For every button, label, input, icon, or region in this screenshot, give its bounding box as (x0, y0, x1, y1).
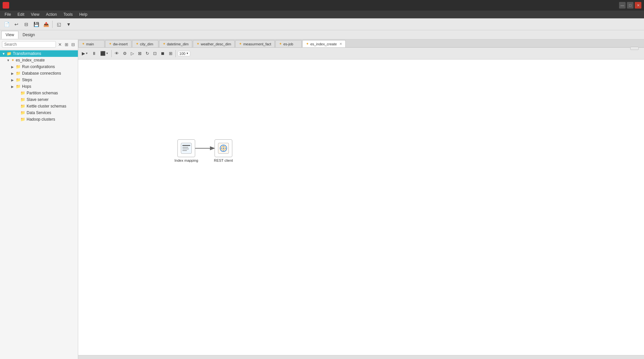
title-bar: — □ ✕ (0, 0, 644, 11)
node-label: Index mapping (174, 158, 198, 162)
run-button[interactable]: ▶▼ (80, 49, 90, 58)
pause-button-icon: ⏸ (92, 51, 96, 56)
settings-button-icon: ⚙ (123, 51, 127, 56)
grid-button[interactable]: ⊡ (151, 49, 158, 58)
zoom-control[interactable]: 100▼ (178, 51, 190, 56)
step-button[interactable]: ▷ (129, 49, 136, 58)
menu-item-edit[interactable]: Edit (14, 12, 28, 17)
pause-button[interactable]: ⏸ (90, 49, 98, 58)
run-toolbar-separator (175, 50, 176, 57)
expand-button-icon: ⊞ (169, 51, 172, 56)
node-box[interactable] (215, 139, 232, 157)
tree-item-transformations[interactable]: ▼📁Transformations (0, 50, 78, 57)
node-label: REST client (214, 158, 233, 162)
svg-rect-2 (181, 143, 192, 154)
folder-icon: 📁 (16, 84, 21, 89)
tree-item-label: Run configurations (22, 64, 55, 69)
layout-button[interactable]: ◱ (54, 20, 63, 29)
tab-label: main (86, 42, 94, 46)
menu-item-tools[interactable]: Tools (60, 12, 76, 17)
tab-icon: ✦ (109, 42, 112, 46)
maximize-button[interactable]: □ (627, 2, 633, 9)
grid-button-icon: ⊡ (153, 51, 157, 56)
canvas[interactable]: Index mapping REST client (78, 60, 644, 355)
sidebar-search-bar: ✕ ⊞ ⊟ (0, 39, 78, 50)
tab-es-job[interactable]: ✦es-job (275, 40, 302, 47)
zoom-value: 100 (179, 52, 185, 56)
step-button-icon: ▷ (131, 51, 134, 56)
clear-button[interactable]: ⊠ (136, 49, 143, 58)
menu-item-action[interactable]: Action (43, 12, 60, 17)
tree-item-hops[interactable]: ▶📁Hops (0, 83, 78, 90)
tree-item-steps[interactable]: ▶📁Steps (0, 77, 78, 83)
svg-rect-5 (182, 149, 189, 149)
node-box[interactable] (177, 139, 195, 157)
stop-button[interactable]: ⬛▼ (99, 49, 110, 58)
minimize-button[interactable]: — (619, 2, 626, 9)
node-index-mapping[interactable]: Index mapping (174, 139, 198, 162)
stop2-button[interactable]: ⏹ (159, 49, 167, 58)
export-button[interactable]: 📤 (41, 20, 51, 29)
tree-item-slave-server[interactable]: 📁Slave server (0, 96, 78, 103)
refresh-button-icon: ↻ (146, 51, 149, 56)
tree-item-kettle-cluster-schemas[interactable]: 📁Kettle cluster schemas (0, 103, 78, 109)
clear-button-icon: ⊠ (138, 51, 142, 56)
tabs-container: ✦main✦dw-insert✦city_dim✦datetime_dim✦we… (78, 39, 644, 359)
close-button[interactable]: ⊟ (22, 20, 31, 29)
expand-arrow: ▶ (11, 65, 16, 69)
tab-label: city_dim (140, 42, 153, 46)
dropdown-button[interactable]: ▼ (64, 20, 73, 29)
open-button[interactable]: ↩ (12, 20, 21, 29)
canvas-svg (78, 60, 644, 355)
tab-close-button[interactable]: ✕ (339, 42, 342, 46)
toolbar-separator (52, 21, 53, 28)
connect-button[interactable] (630, 47, 639, 50)
run-button-icon: ▶ (82, 51, 85, 56)
close-button[interactable]: ✕ (635, 2, 641, 9)
canvas-hscroll[interactable] (78, 355, 644, 359)
preview-button[interactable]: 👁 (113, 49, 121, 58)
tree-item-label: Data Services (27, 110, 51, 115)
folder-icon: 📁 (16, 78, 21, 82)
node-rest-client[interactable]: REST client (214, 139, 233, 162)
tab-dw-insert[interactable]: ✦dw-insert (105, 40, 131, 47)
menu-item-file[interactable]: File (1, 12, 14, 17)
new-button[interactable]: 📄 (2, 20, 11, 29)
tab-weather_desc_dim[interactable]: ✦weather_desc_dim (193, 40, 235, 47)
tab-view[interactable]: View (1, 31, 18, 39)
expand-arrow: ▶ (11, 72, 16, 75)
settings-button[interactable]: ⚙ (121, 49, 128, 58)
preview-button-icon: 👁 (115, 51, 119, 56)
tab-label: dw-insert (113, 42, 128, 46)
collapse-all-button[interactable]: ⊟ (71, 41, 76, 48)
tree-item-data-services[interactable]: 📁Data Services (0, 109, 78, 116)
tab-city_dim[interactable]: ✦city_dim (132, 40, 158, 47)
run-toolbar: ▶▼⏸⬛▼👁⚙▷⊠↻⊡⏹⊞100▼ (78, 48, 644, 60)
folder-icon: 📁 (16, 71, 21, 76)
tree-item-label: Steps (22, 78, 32, 82)
folder-icon: 📁 (7, 51, 12, 56)
tree-item-label: Kettle cluster schemas (27, 104, 66, 108)
tab-label: weather_desc_dim (201, 42, 231, 46)
tab-design[interactable]: Design (18, 31, 39, 39)
expand-button[interactable]: ⊞ (167, 49, 174, 58)
clear-search-button[interactable]: ✕ (57, 41, 62, 48)
tree-item-run-configurations[interactable]: ▶📁Run configurations (0, 63, 78, 70)
tree-item-label: Transformations (13, 51, 41, 56)
tab-main[interactable]: ✦main (78, 40, 104, 47)
refresh-button[interactable]: ↻ (144, 49, 151, 58)
tab-datetime_dim[interactable]: ✦datetime_dim (159, 40, 192, 47)
tree-item-hadoop-clusters[interactable]: 📁Hadoop clusters (0, 116, 78, 123)
tab-label: measurment_fact (243, 42, 271, 46)
save-button[interactable]: 💾 (32, 20, 41, 29)
folder-icon: 📁 (16, 64, 21, 69)
menu-item-view[interactable]: View (28, 12, 43, 17)
expand-all-button[interactable]: ⊞ (64, 41, 69, 48)
search-input[interactable] (2, 41, 56, 48)
tab-measurment_fact[interactable]: ✦measurment_fact (235, 40, 275, 47)
tree-item-es_index_create[interactable]: ▼✦es_index_create (0, 57, 78, 63)
tree-item-database-connections[interactable]: ▶📁Database connections (0, 70, 78, 77)
tab-es_index_create[interactable]: ✦es_index_create✕ (302, 40, 346, 47)
menu-item-help[interactable]: Help (76, 12, 91, 17)
tree-item-partition-schemas[interactable]: 📁Partition schemas (0, 90, 78, 96)
